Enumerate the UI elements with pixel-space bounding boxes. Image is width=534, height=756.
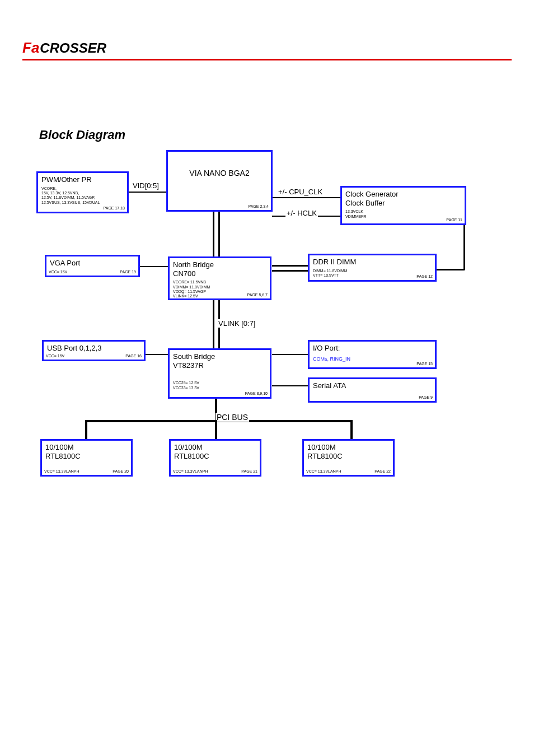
block-nb: North Bridge CN700 VCORE= 11.5VNB VDIMM=… [168, 256, 271, 300]
block-clock: Clock Generator Clock Buffer 13.3VCLK VD… [340, 186, 466, 225]
block-nb-page: PAGE 5,6,7 [247, 293, 268, 297]
wire [218, 210, 220, 259]
logo-mark: Fa [22, 39, 39, 57]
block-io-sub: COMs, RING_IN [313, 356, 432, 362]
block-usb-sub: VCC= 15V [46, 354, 64, 358]
wire [213, 300, 214, 350]
logo-text: CROSSER [40, 40, 106, 56]
wire [272, 270, 308, 272]
block-lan3-title: 10/100M RTL8100C [307, 443, 390, 460]
block-pwm-title: PWM/Other PR [41, 175, 124, 184]
block-lan1-sub: VCC= 13.3VLANPH [44, 469, 79, 474]
block-lan2: 10/100M RTL8100C VCC= 13.3VLANPH PAGE 21 [169, 439, 261, 477]
block-ddr: DDR II DIMM DIMM= 11.8VDIMM VTT= 10.9VTT… [308, 254, 437, 282]
block-lan3-page: PAGE 22 [374, 469, 391, 474]
block-lan3-sub: VCC= 13.3VLANPH [306, 469, 341, 474]
diagram-canvas: VID[0:5] +/- CPU_CLK +/- HCLK VLINK [0:7… [34, 146, 493, 493]
block-sb: South Bridge VT8237R VCC25= 12.5V VCC33=… [168, 348, 271, 399]
block-usb-page: PAGE 16 [125, 354, 142, 358]
block-clock-sub: 13.3VCLK VDIMMBFR [345, 209, 461, 219]
block-cpu-page: PAGE 2,3,4 [249, 204, 269, 209]
wire [272, 354, 308, 355]
block-lan1: 10/100M RTL8100C VCC= 13.3VLANPH PAGE 20 [40, 439, 133, 477]
wire [213, 210, 214, 259]
block-lan1-title: 10/100M RTL8100C [45, 443, 128, 460]
block-io-page: PAGE 15 [416, 362, 433, 366]
label-hclk: +/- HCLK [285, 209, 318, 217]
block-ddr-page: PAGE 12 [416, 274, 433, 279]
label-cpu-clk: +/- CPU_CLK [277, 188, 324, 196]
block-ddr-sub: DIMM= 11.8VDIMM VTT= 10.9VTT [313, 269, 432, 278]
block-usb: USB Port 0,1,2,3 VCC= 15V PAGE 16 [42, 340, 146, 361]
block-io-title: I/O Port: [313, 344, 432, 353]
block-sb-title: South Bridge VT8237R [173, 352, 266, 370]
block-vga-page: PAGE 19 [120, 270, 136, 274]
block-nb-title: North Bridge CN700 [173, 260, 266, 278]
wire [272, 265, 308, 267]
block-pwm-sub: VCORE, 15V, 13.3V, 12.5VNB, 12.5V, 11.8V… [41, 186, 124, 206]
block-sata-title: Serial ATA [313, 381, 432, 390]
wire [129, 192, 167, 193]
block-sata: Serial ATA PAGE 9 [308, 377, 437, 403]
label-pci-bus: PCI BUS [216, 413, 249, 422]
block-pwm-page: PAGE 17,18 [104, 206, 125, 211]
block-usb-title: USB Port 0,1,2,3 [47, 344, 140, 353]
block-cpu: VIA NANO BGA2 PAGE 2,3,4 [166, 150, 273, 212]
wire [463, 224, 465, 270]
page-title: Block Diagram [39, 128, 534, 142]
block-ddr-title: DDR II DIMM [313, 258, 432, 267]
block-lan2-title: 10/100M RTL8100C [174, 443, 256, 460]
block-sb-page: PAGE 8,9,10 [245, 391, 268, 396]
wire [437, 269, 465, 270]
block-sb-sub: VCC25= 12.5V VCC33= 13.3V [173, 381, 266, 390]
logo: FaCROSSER [22, 39, 512, 57]
block-lan2-page: PAGE 21 [241, 469, 257, 474]
block-lan3: 10/100M RTL8100C VCC= 13.3VLANPH PAGE 22 [302, 439, 395, 477]
block-vga-sub: VCC= 15V [49, 270, 67, 274]
wire [272, 197, 340, 198]
block-vga: VGA Port VCC= 15V PAGE 19 [45, 255, 140, 277]
wire [146, 354, 168, 355]
block-lan2-sub: VCC= 13.3VLANPH [173, 469, 208, 474]
block-cpu-title: VIA NANO BGA2 [171, 169, 268, 178]
header-rule [22, 59, 512, 60]
block-io: I/O Port: COMs, RING_IN PAGE 15 [308, 340, 437, 369]
wire [272, 385, 308, 386]
block-clock-title: Clock Generator Clock Buffer [345, 190, 461, 207]
label-vlink: VLINK [0:7] [217, 319, 256, 328]
label-vid: VID[0:5] [132, 181, 160, 190]
wire [140, 266, 168, 267]
block-sata-page: PAGE 9 [419, 395, 433, 400]
block-clock-page: PAGE 11 [446, 218, 462, 222]
block-vga-title: VGA Port [50, 259, 135, 268]
block-lan1-page: PAGE 20 [113, 469, 129, 474]
block-pwm: PWM/Other PR VCORE, 15V, 13.3V, 12.5VNB,… [36, 171, 129, 213]
